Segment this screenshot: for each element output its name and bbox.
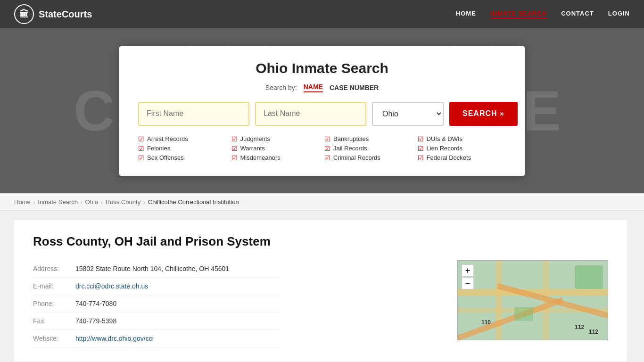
breadcrumb-sep-2: ›: [81, 199, 83, 205]
map-label-112: 112: [575, 324, 584, 330]
address-label: Address:: [33, 260, 75, 278]
nav-home[interactable]: HOME: [456, 10, 476, 19]
check-item: ☑DUIs & DWIs: [418, 135, 506, 143]
map-label-112b: 112: [589, 329, 598, 335]
check-item: ☑Lien Records: [418, 145, 506, 152]
check-item: ☑Arrest Records: [138, 135, 227, 143]
check-icon: ☑: [418, 135, 424, 143]
breadcrumb-sep-4: ›: [143, 199, 145, 205]
check-item: ☑Sex Offenses: [138, 154, 227, 162]
info-table: Address: 15802 State Route North 104, Ch…: [33, 260, 279, 347]
table-row-website: Website: http://www.drc.ohio.gov/cci: [33, 330, 279, 347]
search-button[interactable]: SEARCH »: [449, 102, 518, 126]
breadcrumb-ross-county[interactable]: Ross County: [106, 198, 140, 206]
state-select[interactable]: Ohio Alabama Alaska Arizona California C…: [372, 102, 444, 126]
check-icon: ☑: [138, 145, 144, 152]
navbar: 🏛 StateCourts HOME INMATE SEARCH CONTACT…: [0, 0, 644, 28]
search-by-row: Search by: NAME CASE NUMBER: [138, 83, 506, 92]
site-logo[interactable]: 🏛 StateCourts: [14, 4, 92, 24]
check-icon: ☑: [324, 135, 330, 143]
search-card: Ohio Inmate Search Search by: NAME CASE …: [119, 46, 525, 176]
logo-text: StateCourts: [39, 9, 92, 20]
website-label: Website:: [33, 330, 75, 347]
map-controls: + −: [462, 264, 474, 289]
check-icon: ☑: [138, 154, 144, 162]
breadcrumb-sep-1: ›: [33, 199, 35, 205]
content-card: Ross County, OH Jail and Prison System A…: [14, 220, 627, 362]
check-icon: ☑: [418, 145, 424, 152]
map-placeholder: + − 110 112 112: [457, 260, 608, 340]
map-zoom-out[interactable]: −: [462, 277, 474, 289]
content-bottom: Address: 15802 State Route North 104, Ch…: [33, 260, 608, 347]
logo-icon: 🏛: [14, 4, 34, 24]
check-item: ☑Criminal Records: [324, 154, 413, 162]
check-item: ☑Misdemeanors: [231, 154, 320, 162]
phone-value: 740-774-7080: [75, 295, 279, 313]
search-inputs-row: Ohio Alabama Alaska Arizona California C…: [138, 102, 506, 126]
institution-heading: Ross County, OH Jail and Prison System: [33, 234, 608, 249]
main-content: Ross County, OH Jail and Prison System A…: [0, 211, 644, 362]
fax-value: 740-779-5398: [75, 313, 279, 330]
hero-section: COURTHOUSE Ohio Inmate Search Search by:…: [0, 28, 644, 193]
table-row-address: Address: 15802 State Route North 104, Ch…: [33, 260, 279, 278]
website-link[interactable]: http://www.drc.ohio.gov/cci: [75, 335, 154, 342]
last-name-input[interactable]: [255, 102, 366, 126]
table-row-email: E-mail: drc.cci@odrc.state.oh.us: [33, 278, 279, 295]
phone-label: Phone:: [33, 295, 75, 313]
breadcrumb: Home › Inmate Search › Ohio › Ross Count…: [0, 193, 644, 211]
address-value: 15802 State Route North 104, Chillicothe…: [75, 260, 279, 278]
search-by-label: Search by:: [265, 84, 297, 91]
check-icon: ☑: [231, 135, 238, 143]
table-row-phone: Phone: 740-774-7080: [33, 295, 279, 313]
map-zoom-in[interactable]: +: [462, 264, 474, 277]
check-icon: ☑: [138, 135, 144, 143]
check-icon: ☑: [231, 145, 238, 152]
check-icon: ☑: [418, 154, 424, 162]
tab-name[interactable]: NAME: [304, 83, 323, 92]
nav-links: HOME INMATE SEARCH CONTACT LOGIN: [456, 10, 630, 19]
map-label-110: 110: [481, 319, 491, 326]
breadcrumb-home[interactable]: Home: [14, 198, 31, 206]
info-section: Address: 15802 State Route North 104, Ch…: [33, 260, 443, 347]
search-title: Ohio Inmate Search: [138, 60, 506, 76]
check-item: ☑Judgments: [231, 135, 320, 143]
first-name-input[interactable]: [138, 102, 249, 126]
email-link[interactable]: drc.cci@odrc.state.oh.us: [75, 282, 148, 290]
website-value: http://www.drc.ohio.gov/cci: [75, 330, 279, 347]
check-item: ☑Bankruptcies: [324, 135, 413, 143]
check-item: ☑Felonies: [138, 145, 227, 152]
check-icon: ☑: [231, 154, 238, 162]
breadcrumb-inmate-search[interactable]: Inmate Search: [38, 198, 78, 206]
nav-contact[interactable]: CONTACT: [561, 10, 594, 19]
nav-login[interactable]: LOGIN: [608, 10, 630, 19]
breadcrumb-sep-3: ›: [101, 199, 103, 205]
check-item: ☑Warrants: [231, 145, 320, 152]
check-item: ☑Federal Dockets: [418, 154, 506, 162]
table-row-fax: Fax: 740-779-5398: [33, 313, 279, 330]
check-icon: ☑: [324, 145, 330, 152]
nav-inmate-search[interactable]: INMATE SEARCH: [490, 10, 547, 19]
breadcrumb-current: Chillicothe Correctional Institution: [148, 198, 239, 206]
check-icon: ☑: [324, 154, 330, 162]
tab-case-number[interactable]: CASE NUMBER: [330, 84, 379, 91]
breadcrumb-ohio[interactable]: Ohio: [85, 198, 98, 206]
email-value: drc.cci@odrc.state.oh.us: [75, 278, 279, 295]
checklist: ☑Arrest Records☑Judgments☑Bankruptcies☑D…: [138, 135, 506, 162]
check-item: ☑Jail Records: [324, 145, 413, 152]
fax-label: Fax:: [33, 313, 75, 330]
email-label: E-mail:: [33, 278, 75, 295]
